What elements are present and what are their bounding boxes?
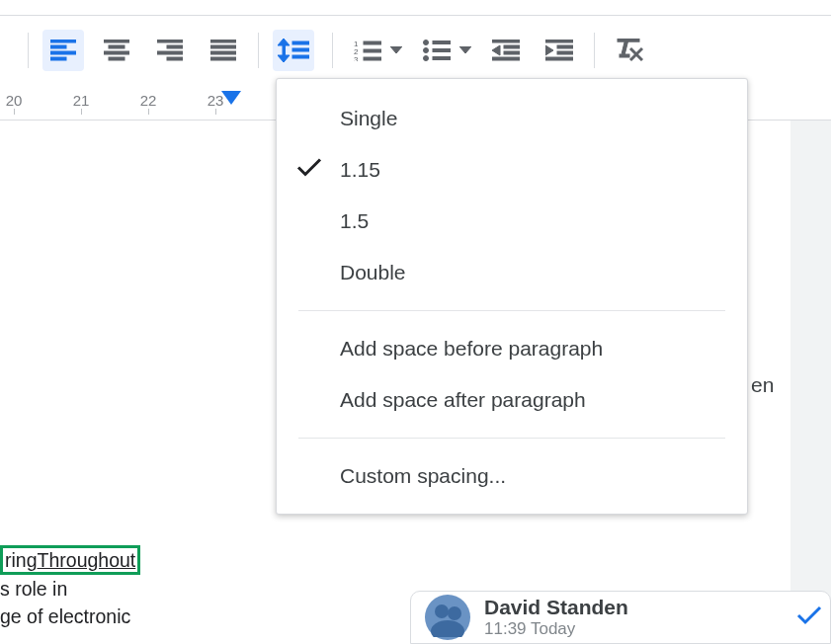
svg-rect-48	[620, 54, 629, 57]
doc-text: s role in	[0, 578, 67, 600]
indent-decrease-icon	[492, 40, 520, 61]
menu-separator	[298, 310, 725, 311]
svg-rect-8	[157, 40, 183, 42]
svg-rect-26	[364, 49, 381, 52]
menu-item-label: Add space before paragraph	[340, 337, 603, 361]
svg-point-31	[424, 55, 429, 60]
toolbar: 1 2 3	[0, 22, 831, 78]
indent-decrease-button[interactable]	[485, 30, 527, 71]
svg-rect-34	[433, 56, 451, 59]
svg-rect-3	[50, 57, 66, 60]
line-spacing-button[interactable]	[273, 30, 314, 71]
chevron-down-icon[interactable]	[390, 46, 402, 54]
indent-increase-button[interactable]	[539, 30, 580, 71]
align-right-button[interactable]	[149, 30, 191, 71]
svg-rect-10	[157, 51, 183, 54]
clear-formatting-button[interactable]	[609, 30, 650, 71]
svg-rect-12	[210, 40, 236, 42]
line-spacing-icon	[278, 39, 309, 62]
chevron-down-icon[interactable]	[459, 46, 471, 54]
menu-item-1-5[interactable]: 1.5	[277, 196, 747, 247]
toolbar-sep	[594, 33, 595, 68]
svg-rect-15	[210, 57, 236, 60]
menu-item-1-15[interactable]: 1.15	[277, 144, 747, 196]
bulleted-list-button[interactable]	[416, 30, 457, 71]
svg-rect-43	[557, 51, 573, 54]
svg-rect-25	[364, 41, 381, 44]
svg-marker-35	[459, 46, 471, 53]
svg-rect-39	[492, 57, 520, 60]
menu-item-custom-spacing[interactable]: Custom spacing...	[277, 450, 747, 502]
svg-rect-42	[557, 45, 573, 48]
doc-text: ring	[5, 549, 38, 571]
svg-rect-33	[433, 48, 451, 51]
svg-rect-1	[50, 45, 66, 48]
svg-rect-14	[210, 51, 236, 54]
svg-point-52	[448, 606, 461, 620]
menu-item-label: Custom spacing...	[340, 464, 506, 488]
svg-point-51	[435, 604, 449, 618]
menu-item-single[interactable]: Single	[277, 93, 747, 144]
svg-marker-40	[492, 45, 500, 55]
avatar-silhouette-icon	[428, 598, 467, 637]
menu-item-label: Single	[340, 107, 397, 130]
numbered-list-button[interactable]: 1 2 3	[347, 30, 388, 71]
comment-card[interactable]: David Standen 11:39 Today	[410, 591, 831, 644]
align-left-icon	[50, 40, 76, 61]
svg-point-53	[431, 620, 464, 637]
align-left-button[interactable]	[42, 30, 84, 71]
suggestion-highlight[interactable]: ringThroughout	[0, 545, 140, 575]
first-line-indent-marker[interactable]	[221, 91, 241, 105]
doc-text: ge of electronic	[0, 605, 130, 627]
line-spacing-menu: Single 1.15 1.5 Double Add space before …	[276, 78, 748, 515]
toolbar-sep	[28, 33, 29, 68]
svg-rect-37	[504, 45, 520, 48]
ruler-tick: 22	[115, 89, 182, 113]
align-justify-icon	[210, 40, 236, 61]
align-justify-button[interactable]	[203, 30, 244, 71]
svg-rect-0	[50, 40, 76, 42]
comment-time: 11:39 Today	[484, 619, 628, 639]
svg-rect-21	[292, 55, 309, 58]
svg-rect-7	[109, 57, 125, 60]
menu-item-label: Double	[340, 261, 406, 284]
avatar	[425, 595, 470, 640]
indent-increase-icon	[545, 40, 573, 61]
align-center-icon	[104, 40, 129, 61]
svg-text:3: 3	[354, 55, 359, 61]
svg-rect-36	[492, 40, 520, 42]
svg-rect-4	[104, 40, 129, 42]
align-right-icon	[157, 40, 183, 61]
numbered-list-icon: 1 2 3	[354, 40, 381, 61]
svg-marker-28	[390, 46, 402, 53]
menu-item-label: 1.5	[340, 209, 369, 233]
svg-point-29	[424, 40, 429, 44]
comment-author: David Standen	[484, 596, 628, 619]
svg-rect-11	[167, 57, 183, 60]
menu-item-label: 1.15	[340, 158, 380, 182]
menu-separator	[298, 438, 725, 439]
bulleted-list-icon	[423, 40, 451, 61]
svg-marker-18	[278, 55, 290, 62]
text-fragment: en	[751, 373, 774, 397]
clear-formatting-icon	[616, 39, 643, 62]
align-center-button[interactable]	[96, 30, 137, 71]
resolve-comment-button[interactable]	[796, 604, 822, 630]
svg-rect-44	[545, 57, 573, 60]
svg-rect-9	[167, 45, 183, 48]
svg-point-30	[424, 47, 429, 52]
toolbar-sep	[258, 33, 259, 68]
menu-item-label: Add space after paragraph	[340, 388, 586, 412]
svg-rect-13	[210, 45, 236, 48]
svg-rect-6	[104, 51, 129, 54]
ruler-tick: 21	[47, 89, 115, 113]
doc-text: Throughout	[38, 549, 136, 571]
svg-rect-5	[109, 45, 125, 48]
menu-item-add-space-after[interactable]: Add space after paragraph	[277, 374, 747, 426]
menu-item-add-space-before[interactable]: Add space before paragraph	[277, 323, 747, 374]
svg-rect-20	[292, 48, 309, 51]
checkmark-icon	[796, 604, 822, 626]
toolbar-top-divider	[0, 15, 831, 16]
menu-item-double[interactable]: Double	[277, 247, 747, 298]
side-panel-bg	[790, 121, 831, 614]
